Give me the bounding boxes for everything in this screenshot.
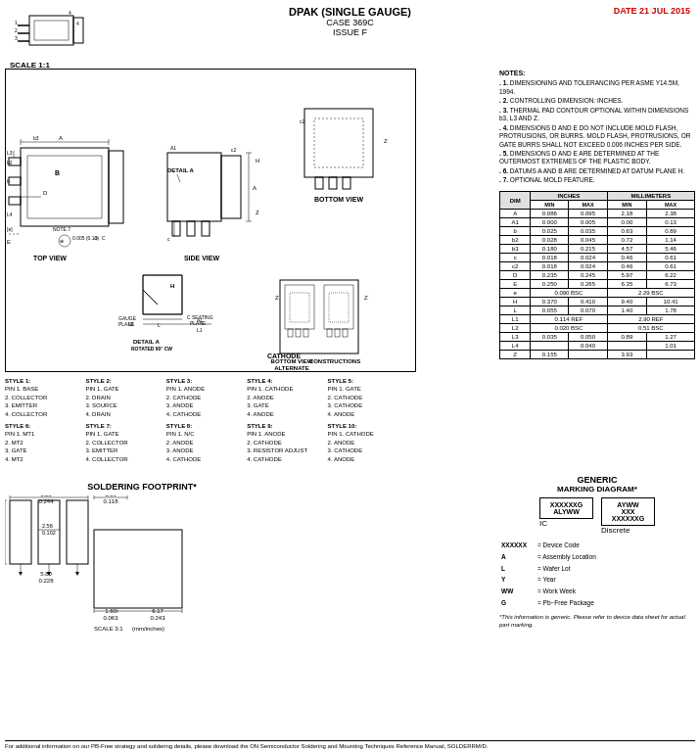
table-row: 0.89	[607, 333, 647, 342]
style-item: STYLE 1:PIN 1. BASE2. COLLECTOR3. EMITTE…	[5, 377, 83, 418]
table-row: 0.370	[531, 298, 569, 306]
svg-text:PLANE: PLANE	[190, 320, 207, 326]
discrete-line1: AYWW	[607, 501, 649, 508]
table-row: 5.97	[607, 271, 647, 280]
marking-legend: XXXXXX= Device CodeA= Assembly LocationL…	[499, 539, 695, 610]
legend-row: A= Assembly Location	[501, 552, 693, 562]
svg-text:L1: L1	[197, 327, 203, 333]
table-row: 0.46	[607, 254, 647, 262]
svg-text:0.243: 0.243	[150, 615, 165, 621]
table-row: 0.51 BSC	[607, 324, 694, 333]
legend-key: G	[501, 598, 536, 608]
svg-text:c2: c2	[300, 118, 305, 124]
svg-text:CONSTRUCTIONS: CONSTRUCTIONS	[309, 358, 360, 364]
table-row: 0.72	[607, 236, 647, 245]
table-row: 0.095	[569, 210, 607, 218]
table-row	[647, 351, 695, 359]
table-row: 0.63	[607, 227, 647, 236]
discrete-marking-box: AYWW XXX XXXXXXG Discrete	[601, 497, 655, 535]
date-label: DATE 21 JUL 2015	[614, 6, 690, 16]
svg-rect-59	[314, 118, 363, 167]
table-row: 0.215	[569, 245, 607, 254]
marking-section: GENERIC MARKING DIAGRAM* XXXXXXG ALYWW I…	[499, 475, 695, 629]
header-issue: ISSUE F	[196, 27, 504, 37]
ic-line2: ALYWW	[545, 508, 587, 515]
marking-boxes: XXXXXXG ALYWW IC AYWW XXX XXXXXXG Discre…	[499, 497, 695, 535]
svg-text:b3: b3	[33, 135, 39, 141]
table-row: 0.235	[531, 271, 569, 280]
table-row: L	[500, 306, 531, 315]
table-row: 0.155	[531, 351, 569, 359]
table-row: 0.46	[607, 262, 647, 271]
ic-line1: XXXXXXG	[545, 501, 587, 508]
table-row: 6.22	[647, 271, 695, 280]
table-row: 9.40	[607, 298, 647, 306]
table-row: D	[500, 271, 531, 280]
discrete-label: Discrete	[601, 526, 655, 535]
notes-section: NOTES: 1. DIMENSIONING AND TOLERANCING P…	[499, 69, 695, 186]
table-row: 0.024	[569, 262, 607, 271]
svg-text:⊙: ⊙	[94, 235, 98, 241]
discrete-line3: XXXXXXG	[607, 515, 649, 522]
svg-rect-1	[34, 21, 69, 40]
table-row: 0.070	[569, 306, 607, 315]
svg-text:L: L	[158, 322, 161, 328]
legend-row: G= Pb−Free Package	[501, 598, 693, 608]
svg-rect-92	[288, 329, 293, 337]
soldering-section: SOLDERING FOOTPRINT* 6.20 3.00 0.118	[5, 482, 279, 642]
legend-value: = Year	[537, 575, 693, 585]
svg-text:6.20: 6.20	[40, 495, 52, 497]
svg-marker-143	[75, 572, 79, 576]
marking-note: *This information is generic. Please ref…	[499, 613, 695, 630]
ic-label: IC	[539, 519, 593, 528]
svg-text:Z: Z	[384, 138, 388, 144]
note-1: 1. DIMENSIONING AND TOLERANCING PER ASME…	[499, 79, 695, 96]
inches-header: INCHES	[531, 192, 607, 201]
svg-text:Z: Z	[364, 295, 368, 301]
svg-rect-94	[303, 329, 308, 337]
svg-rect-12	[27, 156, 102, 218]
table-row: 0.090 BSC	[531, 289, 607, 298]
svg-text:H: H	[170, 283, 174, 289]
legend-value: = Work Week	[537, 587, 693, 596]
table-row: 0.050	[569, 333, 607, 342]
svg-text:(mm/inches): (mm/inches)	[132, 626, 164, 632]
svg-text:0.118: 0.118	[103, 498, 118, 504]
legend-key: A	[501, 552, 536, 562]
svg-text:3: 3	[15, 35, 18, 41]
table-row: 0.000	[531, 218, 569, 227]
table-row: 0.410	[569, 298, 607, 306]
table-row: L1	[500, 315, 531, 324]
svg-rect-66	[143, 275, 182, 314]
table-row: 1.78	[647, 306, 695, 315]
svg-rect-42	[172, 221, 180, 236]
svg-text:4: 4	[76, 21, 79, 26]
styles-row1: STYLE 1:PIN 1. BASE2. COLLECTOR3. EMITTE…	[5, 377, 406, 418]
svg-rect-44	[202, 221, 210, 236]
svg-text:BOTTOM VIEW: BOTTOM VIEW	[314, 196, 363, 203]
note-3: 3. THERMAL PAD CONTOUR OPTIONAL WITHIN D…	[499, 107, 695, 123]
svg-text:2.58: 2.58	[42, 523, 53, 529]
svg-rect-43	[187, 221, 195, 236]
bottom-note: For additional information on our PB-Fre…	[5, 740, 695, 749]
style-item: STYLE 6:PIN 1. MT12. MT23. GATE4. MT2	[5, 422, 83, 463]
table-row: 0.61	[647, 262, 695, 271]
table-row: 2.29 BSC	[607, 289, 694, 298]
svg-text:E: E	[7, 239, 11, 245]
table-row: 0.028	[531, 236, 569, 245]
main-diagram: A E b3 B D L3 L4 b2 b [e] NOTE 7	[5, 69, 416, 372]
svg-rect-87	[280, 280, 358, 353]
svg-text:2: 2	[15, 27, 18, 33]
table-row: c2	[500, 262, 531, 271]
style-item: STYLE 4:PIN 1. CATHODE2. ANODE3. GATE4. …	[247, 377, 325, 418]
marking-subtitle: MARKING DIAGRAM*	[499, 485, 695, 494]
svg-text:⊕: ⊕	[60, 238, 64, 244]
dimensions-table: DIM INCHES MILLIMETERS MIN MAX MIN MAX A…	[499, 191, 695, 359]
svg-text:D: D	[43, 190, 48, 196]
table-row: 10.41	[647, 298, 695, 306]
dimensions-table-container: DIM INCHES MILLIMETERS MIN MAX MIN MAX A…	[499, 191, 695, 359]
table-row: 0.024	[569, 254, 607, 262]
svg-text:c: c	[167, 236, 170, 242]
table-row: e	[500, 289, 531, 298]
svg-text:0.244: 0.244	[38, 498, 54, 504]
